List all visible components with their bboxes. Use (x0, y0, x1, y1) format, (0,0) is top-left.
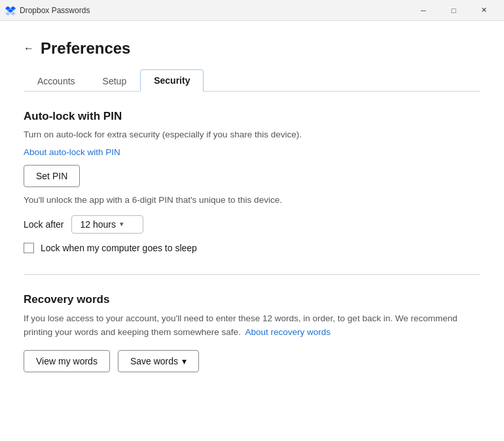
sleep-lock-checkbox[interactable] (24, 243, 34, 253)
title-bar-left: Dropbox Passwords (5, 5, 90, 16)
save-words-button[interactable]: Save words ▾ (118, 350, 199, 372)
autolock-link[interactable]: About auto-lock with PIN (24, 147, 120, 157)
chevron-down-icon: ▾ (182, 356, 187, 366)
lock-after-value: 12 hours (80, 219, 115, 230)
tab-setup[interactable]: Setup (89, 69, 141, 92)
autolock-title: Auto-lock with PIN (24, 110, 480, 123)
app-title: Dropbox Passwords (20, 6, 90, 15)
tabs: Accounts Setup Security (24, 69, 480, 92)
unlock-description: You'll unlock the app with a 6-digit PIN… (24, 195, 480, 205)
window-controls: ─ □ ✕ (408, 0, 499, 21)
chevron-down-icon: ▾ (120, 220, 124, 228)
lock-after-row: Lock after 12 hours ▾ (24, 215, 480, 234)
tab-accounts[interactable]: Accounts (24, 69, 89, 92)
page-header: ← Preferences (24, 39, 480, 58)
lock-after-label: Lock after (24, 219, 63, 230)
view-words-button[interactable]: View my words (24, 350, 110, 372)
sleep-lock-label: Lock when my computer goes to sleep (41, 243, 197, 253)
autolock-description: Turn on auto-lock for extra security (es… (24, 128, 480, 141)
maximize-button[interactable]: □ (439, 0, 469, 21)
main-content: ← Preferences Accounts Setup Security Au… (0, 21, 504, 441)
lock-after-select[interactable]: 12 hours ▾ (71, 215, 143, 234)
page-title: Preferences (41, 39, 130, 58)
minimize-button[interactable]: ─ (408, 0, 439, 21)
close-button[interactable]: ✕ (469, 0, 499, 21)
title-bar: Dropbox Passwords ─ □ ✕ (0, 0, 504, 21)
dropbox-icon (5, 5, 16, 16)
recovery-title: Recovery words (24, 293, 480, 306)
section-divider (24, 274, 480, 275)
sleep-lock-row: Lock when my computer goes to sleep (24, 243, 480, 253)
recovery-link[interactable]: About recovery words (245, 327, 331, 337)
set-pin-button[interactable]: Set PIN (24, 165, 80, 187)
recovery-section: Recovery words If you lose access to you… (24, 293, 480, 372)
recovery-buttons: View my words Save words ▾ (24, 350, 480, 372)
recovery-description: If you lose access to your account, you'… (24, 311, 480, 340)
tab-security[interactable]: Security (140, 69, 204, 92)
back-button[interactable]: ← (24, 43, 34, 54)
autolock-section: Auto-lock with PIN Turn on auto-lock for… (24, 110, 480, 253)
